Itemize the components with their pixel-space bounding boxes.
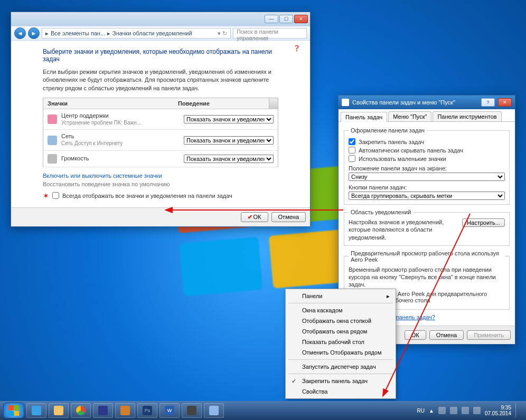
taskbar-app1[interactable] — [93, 403, 113, 418]
ctx-item[interactable]: Окна каскадом — [287, 305, 394, 316]
help-icon[interactable]: ❓ — [293, 45, 300, 52]
behavior-select[interactable]: Показать значок и уведомления — [184, 155, 274, 163]
fs-appearance: Оформление панели задач — [349, 127, 427, 133]
select-position[interactable]: Снизу — [349, 173, 505, 181]
crumb-2[interactable]: Значки области уведомлений — [112, 30, 192, 36]
search-input[interactable]: Поиск в панели управления — [233, 28, 307, 39]
col-icons: Значки — [43, 98, 174, 109]
action-center-icon — [48, 114, 57, 124]
taskbar-photoshop[interactable]: Ps — [137, 403, 157, 418]
titlebar[interactable]: — ☐ ✕ — [11, 12, 310, 26]
lang-indicator[interactable]: RU — [417, 408, 425, 414]
taskbar-app2[interactable] — [115, 403, 135, 418]
network-icon — [48, 136, 57, 145]
taskbar-app3[interactable] — [182, 403, 202, 418]
forward-button[interactable]: ► — [28, 27, 40, 39]
ctx-item[interactable]: Отображать окна рядом — [287, 326, 394, 337]
nav-bar: ◄ ► ▸ Все элементы пан... ▸ Значки облас… — [11, 26, 310, 41]
show-desktop-button[interactable] — [515, 403, 520, 418]
page-desc: Если выбран режим скрытия значков и увед… — [43, 68, 278, 92]
minimize-button[interactable]: — — [265, 15, 278, 23]
chk-lock[interactable] — [349, 138, 355, 145]
icon-table: Значки Поведение Центр поддержкиУстранен… — [43, 98, 278, 167]
close-button[interactable]: ✕ — [294, 15, 308, 23]
volume-icon[interactable] — [473, 407, 481, 414]
chk-autohide[interactable] — [349, 147, 355, 154]
window-title: Свойства панели задач и меню "Пуск" — [352, 99, 455, 106]
action-center-icon[interactable] — [450, 407, 457, 414]
table-row: Центр поддержкиУстранение проблем ПК: Ва… — [43, 109, 278, 130]
ok-button[interactable]: ОК — [405, 330, 426, 340]
ctx-item[interactable]: Показать рабочий стол — [287, 337, 394, 347]
behavior-select[interactable]: Показать значок и уведомления — [184, 136, 274, 145]
help-button[interactable]: ? — [481, 98, 495, 107]
scrollbar-thumb[interactable] — [269, 98, 278, 109]
tray-up-icon[interactable]: ▲ — [429, 408, 434, 414]
chk-small-icons[interactable] — [349, 155, 355, 162]
start-button[interactable] — [3, 403, 24, 418]
always-show-checkbox[interactable] — [52, 192, 59, 199]
tab-start-menu[interactable]: Меню "Пуск" — [388, 111, 431, 121]
taskbar-chrome[interactable] — [71, 403, 91, 418]
configure-button[interactable]: Настроить... — [462, 218, 505, 227]
highlight-star-icon: ✶ — [43, 192, 49, 200]
close-button[interactable]: ✕ — [498, 98, 512, 107]
link-system-icons[interactable]: Включить или выключить системные значки — [43, 173, 278, 179]
always-show-label: Всегда отображать все значки и уведомлен… — [62, 193, 232, 199]
ctx-item[interactable]: Панели — [287, 291, 394, 301]
behavior-select[interactable]: Показать значок и уведомления — [184, 115, 274, 123]
apply-button[interactable]: Применить — [467, 330, 511, 340]
cancel-button[interactable]: Отмена — [271, 212, 306, 222]
ctx-item[interactable]: Свойства — [287, 386, 394, 397]
taskbar-ie[interactable] — [26, 403, 46, 418]
link-restore-defaults[interactable]: Восстановить поведение значка по умолчан… — [43, 181, 278, 187]
network-icon[interactable] — [462, 407, 469, 414]
maximize-button[interactable]: ☐ — [279, 15, 293, 23]
taskbar-explorer[interactable] — [49, 403, 69, 418]
ok-button[interactable]: ✔ОК — [241, 212, 268, 222]
taskbar-control-panel[interactable] — [204, 403, 224, 418]
table-row: СетьСеть Доступ к Интернету Показать зна… — [43, 130, 278, 150]
ctx-item[interactable]: Запустить диспетчер задач — [287, 361, 394, 372]
table-row: Громкость Показать значок и уведомления — [43, 151, 278, 167]
window-icon — [342, 99, 349, 106]
notification-area-window: — ☐ ✕ ◄ ► ▸ Все элементы пан... ▸ Значки… — [11, 12, 311, 227]
taskbar[interactable]: Ps W RU ▲ 9:35 07.05.2014 — [0, 401, 526, 420]
volume-icon — [48, 154, 57, 164]
taskbar-word[interactable]: W — [159, 403, 180, 418]
tab-toolbars[interactable]: Панели инструментов — [433, 111, 501, 121]
page-title: Выберите значки и уведомления, которые н… — [43, 48, 278, 63]
ctx-item[interactable]: Отменить Отображать рядом — [287, 347, 394, 358]
breadcrumb[interactable]: ▸ Все элементы пан... ▸ Значки области у… — [42, 28, 231, 39]
fs-peek: Предварительный просмотр рабочего стола … — [349, 250, 505, 263]
tray-icon[interactable] — [438, 407, 446, 414]
clock[interactable]: 9:35 07.05.2014 — [485, 405, 511, 416]
system-tray[interactable]: RU ▲ 9:35 07.05.2014 — [417, 403, 523, 418]
ctx-item[interactable]: Отображать окна стопкой — [287, 316, 394, 326]
ctx-item[interactable]: Закрепить панель задач — [287, 376, 394, 386]
back-button[interactable]: ◄ — [14, 27, 26, 39]
fs-notif: Область уведомлений — [349, 209, 413, 215]
col-behavior: Поведение — [174, 98, 269, 109]
select-buttons[interactable]: Всегда группировать, скрывать метки — [349, 192, 505, 200]
tab-taskbar[interactable]: Панель задач — [341, 112, 387, 122]
tabs: Панель задач Меню "Пуск" Панели инструме… — [339, 109, 515, 122]
crumb-1[interactable]: Все элементы пан... — [51, 30, 105, 36]
cancel-button[interactable]: Отмена — [429, 330, 464, 340]
taskbar-context-menu: ПанелиОкна каскадомОтображать окна стопк… — [285, 289, 396, 399]
